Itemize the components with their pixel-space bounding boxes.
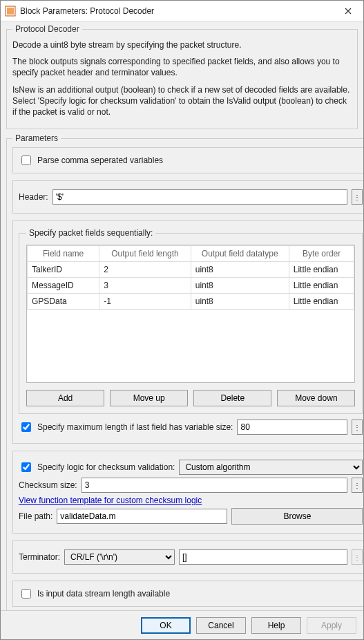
cancel-button[interactable]: Cancel [196,617,246,634]
checksum-input[interactable] [21,462,31,472]
checksum-checkbox[interactable]: Specify logic for checksum validation: [19,460,175,474]
cell-type[interactable]: uint8 [191,278,289,294]
cell-type[interactable]: uint8 [191,262,289,278]
checksum-template-link[interactable]: View function template for custom checks… [19,496,202,505]
cell-name[interactable]: GPSData [28,294,99,310]
cell-name[interactable]: TalkerID [28,262,99,278]
maxlen-value-input[interactable] [237,420,347,435]
dialog-window: Block Parameters: Protocol Decoder Proto… [0,0,364,640]
col-output-datatype: Output field datatype [191,246,289,262]
add-button[interactable]: Add [26,390,104,406]
cell-len[interactable]: 2 [99,262,191,278]
checksum-size-label: Checksum size: [19,480,77,490]
cell-order[interactable]: Little endian [289,278,354,294]
description-3: IsNew is an additional output (boolean) … [12,84,352,118]
table-header-row: Field name Output field length Output fi… [28,246,354,262]
table-row[interactable]: GPSData -1 uint8 Little endian [28,294,354,310]
streamlen-checkbox[interactable]: Is input data stream length available [19,587,363,601]
cell-type[interactable]: uint8 [191,294,289,310]
titlebar: Block Parameters: Protocol Decoder [1,1,363,21]
parse-csv-label: Parse comma seperated variables [37,156,163,165]
maxlen-label: Specify maximum length if last field has… [37,422,233,432]
cell-len[interactable]: -1 [99,294,191,310]
maxlen-input[interactable] [21,422,31,432]
terminator-more-icon: ⋮ [352,549,363,565]
fields-table: Field name Output field length Output fi… [27,245,354,310]
streamlen-input[interactable] [21,589,31,599]
move-down-button[interactable]: Move down [277,390,355,406]
terminator-select[interactable]: CR/LF ('\r\n') [64,549,175,565]
description-2: The block outputs signals corresponding … [12,56,352,78]
checksum-panel: Specify logic for checksum validation: C… [12,451,363,534]
dialog-footer: OK Cancel Help Apply [1,610,363,639]
checksum-size-input[interactable] [82,478,348,493]
parse-csv-checkbox[interactable]: Parse comma seperated variables [19,153,363,167]
cell-name[interactable]: MessageID [28,278,99,294]
block-description-group: Protocol Decoder Decode a uint8 byte str… [6,24,358,129]
apply-button: Apply [307,617,356,634]
description-1: Decode a uint8 byte stream by specifying… [12,39,352,50]
header-panel: Header: ⋮ [12,180,363,214]
parameters-group: Parameters Parse comma seperated variabl… [6,133,363,610]
table-row[interactable]: MessageID 3 uint8 Little endian [28,278,354,294]
dialog-body: Protocol Decoder Decode a uint8 byte str… [1,21,363,610]
cell-order[interactable]: Little endian [289,294,354,310]
parse-csv-input[interactable] [21,156,31,165]
title-text: Block Parameters: Protocol Decoder [20,6,332,16]
block-name-legend: Protocol Decoder [12,24,82,34]
filepath-input[interactable] [57,509,227,524]
ok-button[interactable]: OK [141,617,191,634]
filepath-label: File path: [19,511,52,521]
svg-rect-1 [7,8,14,15]
fields-table-wrap[interactable]: Field name Output field length Output fi… [26,245,355,383]
delete-button[interactable]: Delete [193,390,271,406]
fields-legend: Specify packet fields sequentially: [26,228,155,238]
header-more-icon[interactable]: ⋮ [352,189,363,205]
packet-fields-panel: Specify packet fields sequentially: Fiel… [12,220,363,444]
table-row[interactable]: TalkerID 2 uint8 Little endian [28,262,354,278]
checksum-algo-select[interactable]: Custom algorithm [179,460,363,475]
parse-csv-panel: Parse comma seperated variables [12,147,363,173]
terminator-custom-input[interactable] [179,549,347,565]
app-icon [5,6,16,17]
streamlen-panel: Is input data stream length available [12,581,363,607]
cell-order[interactable]: Little endian [289,262,354,278]
terminator-label: Terminator: [19,552,60,562]
parameters-legend: Parameters [12,133,61,143]
col-output-length: Output field length [99,246,191,262]
cell-len[interactable]: 3 [99,278,191,294]
col-field-name: Field name [28,246,99,262]
header-label: Header: [19,192,48,202]
streamlen-label: Is input data stream length available [37,589,170,599]
browse-button[interactable]: Browse [231,508,363,525]
terminator-panel: Terminator: CR/LF ('\r\n') ⋮ [12,540,363,574]
move-up-button[interactable]: Move up [110,390,188,406]
maxlen-more-icon[interactable]: ⋮ [352,420,363,435]
maxlen-checkbox[interactable]: Specify maximum length if last field has… [19,420,233,434]
help-button[interactable]: Help [251,617,301,634]
fields-button-row: Add Move up Delete Move down [26,390,355,406]
checksum-label: Specify logic for checksum validation: [37,462,175,472]
fields-inner-group: Specify packet fields sequentially: Fiel… [19,228,363,414]
close-button[interactable] [332,1,363,21]
checksum-size-more-icon[interactable]: ⋮ [352,478,363,493]
col-byte-order: Byte order [289,246,354,262]
header-input[interactable] [52,189,348,205]
